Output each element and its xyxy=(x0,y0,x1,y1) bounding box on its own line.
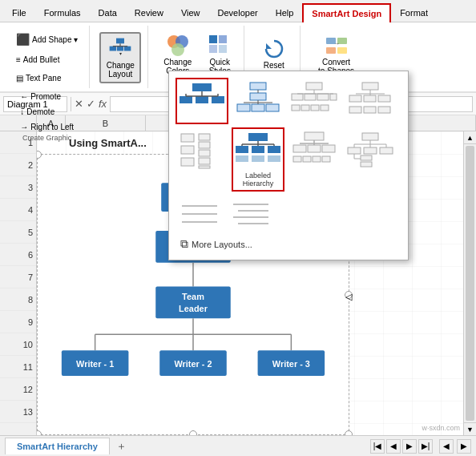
nav-first[interactable]: |◀ xyxy=(370,439,385,454)
insert-function-icon[interactable]: fx xyxy=(99,98,107,110)
layout-icon-8 xyxy=(346,131,394,169)
promote-button[interactable]: ← Promote xyxy=(15,90,66,103)
layout-icon-2 xyxy=(234,81,282,119)
sheet-tab-smartart[interactable]: SmartArt Hierarchy xyxy=(5,438,110,454)
tab-review[interactable]: Review xyxy=(126,2,172,22)
svg-rect-28 xyxy=(250,83,266,90)
tab-smartart-design[interactable]: SmartArt Design xyxy=(302,3,391,22)
svg-marker-14 xyxy=(266,43,272,49)
svg-rect-22 xyxy=(196,96,208,103)
create-graphic-buttons: ⬛ Add Shape ▾ ≡ Add Bullet ▤ Text Pane xyxy=(11,26,83,87)
tab-format[interactable]: Format xyxy=(391,2,437,22)
row-7[interactable]: 7 xyxy=(0,266,36,289)
tab-file[interactable]: File xyxy=(3,2,35,22)
layout-option-6[interactable]: Labeled Hierarchy xyxy=(232,127,284,192)
scroll-thumb[interactable] xyxy=(466,146,474,421)
nav-next[interactable]: ▶ xyxy=(402,439,417,454)
row-5[interactable]: 5 xyxy=(0,221,36,244)
scroll-down-button[interactable]: ▼ xyxy=(464,422,476,435)
layout-option-7[interactable] xyxy=(288,127,341,192)
svg-rect-38 xyxy=(305,94,316,100)
svg-text:Writer - 1: Writer - 1 xyxy=(76,359,114,369)
svg-rect-48 xyxy=(349,95,361,102)
row-numbers: 1 2 3 4 5 6 7 8 9 10 11 12 13 xyxy=(0,131,37,435)
add-shape-button[interactable]: ⬛ Add Shape ▾ xyxy=(11,30,83,48)
quick-styles-icon xyxy=(208,34,232,58)
row-6[interactable]: 6 xyxy=(0,244,36,266)
row-9[interactable]: 9 xyxy=(0,311,36,333)
svg-rect-85 xyxy=(362,133,378,140)
nav-prev[interactable]: ◀ xyxy=(386,439,401,454)
layout-option-2[interactable] xyxy=(232,78,284,124)
layout-option-10-icon xyxy=(227,198,275,230)
layout-icon-4 xyxy=(346,81,394,119)
change-layout-content: ▾ Change Layout xyxy=(99,26,141,87)
svg-rect-65 xyxy=(236,146,248,153)
svg-rect-70 xyxy=(268,155,280,162)
text-pane-icon: ▤ xyxy=(16,74,23,83)
svg-rect-81 xyxy=(293,156,301,162)
svg-rect-20 xyxy=(192,83,212,91)
layout-option-8[interactable] xyxy=(344,127,397,192)
svg-rect-92 xyxy=(364,147,377,154)
svg-rect-43 xyxy=(292,105,300,111)
svg-rect-77 xyxy=(308,145,321,152)
svg-rect-2 xyxy=(117,46,123,51)
add-sheet-button[interactable]: ＋ xyxy=(110,436,133,457)
svg-rect-0 xyxy=(116,38,124,44)
svg-rect-78 xyxy=(322,145,335,152)
svg-rect-76 xyxy=(293,145,306,152)
svg-rect-75 xyxy=(305,132,324,140)
tab-developer[interactable]: Developer xyxy=(209,2,267,22)
change-layout-button[interactable]: ▾ Change Layout xyxy=(99,32,141,83)
svg-rect-83 xyxy=(313,156,321,162)
more-layouts-button[interactable]: ⧉ More Layouts... xyxy=(175,235,401,253)
svg-rect-39 xyxy=(317,94,329,100)
svg-rect-67 xyxy=(268,146,280,153)
text-pane-button[interactable]: ▤ Text Pane xyxy=(11,71,66,85)
add-bullet-button[interactable]: ≡ Add Bullet xyxy=(11,53,64,67)
layout-option-5[interactable] xyxy=(175,127,228,192)
vertical-scrollbar[interactable]: ▲ ▼ xyxy=(463,131,476,435)
tab-formulas[interactable]: Formulas xyxy=(35,2,90,22)
layout-icon-6 xyxy=(234,131,282,170)
nav-last[interactable]: ▶| xyxy=(418,439,433,454)
handle-mr[interactable]: ◁ xyxy=(345,291,353,299)
layout-option-3[interactable] xyxy=(288,78,341,124)
demote-button[interactable]: ↓ Demote xyxy=(15,105,59,119)
row-12[interactable]: 12 xyxy=(0,378,36,401)
svg-rect-60 xyxy=(199,142,210,148)
row-10[interactable]: 10 xyxy=(0,333,36,356)
svg-rect-57 xyxy=(181,146,194,154)
scroll-left-btn[interactable]: ◀ xyxy=(439,439,454,454)
tab-help[interactable]: Help xyxy=(267,2,303,22)
svg-rect-84 xyxy=(322,156,330,162)
svg-rect-32 xyxy=(266,104,279,111)
row-13[interactable]: 13 xyxy=(0,401,36,423)
svg-rect-82 xyxy=(303,156,311,162)
row-11[interactable]: 11 xyxy=(0,356,36,378)
tab-view[interactable]: View xyxy=(172,2,209,22)
bullet-icon: ≡ xyxy=(16,55,21,64)
convert-icon: → xyxy=(325,34,349,58)
layout-option-4[interactable] xyxy=(344,78,397,124)
layout-option-1[interactable] xyxy=(175,78,228,124)
svg-rect-56 xyxy=(181,134,194,142)
row-2[interactable]: 2 xyxy=(0,154,36,176)
row-8[interactable]: 8 xyxy=(0,289,36,311)
promote-icon: ← xyxy=(20,92,28,101)
tab-data[interactable]: Data xyxy=(90,2,126,22)
scroll-right-btn[interactable]: ▶ xyxy=(457,439,471,454)
svg-rect-44 xyxy=(301,105,309,111)
svg-rect-55 xyxy=(378,107,390,113)
row-4[interactable]: 4 xyxy=(0,199,36,221)
handle-br xyxy=(345,430,353,435)
scroll-up-button[interactable]: ▲ xyxy=(464,131,476,144)
sheet-title: Using SmartA... xyxy=(69,137,147,149)
row-3[interactable]: 3 xyxy=(0,176,36,199)
svg-rect-64 xyxy=(248,133,268,141)
confirm-formula-icon[interactable]: ✓ xyxy=(87,98,95,110)
svg-rect-17 xyxy=(326,47,336,54)
svg-text:Writer - 3: Writer - 3 xyxy=(272,359,310,369)
layout-icon-5 xyxy=(178,131,226,169)
